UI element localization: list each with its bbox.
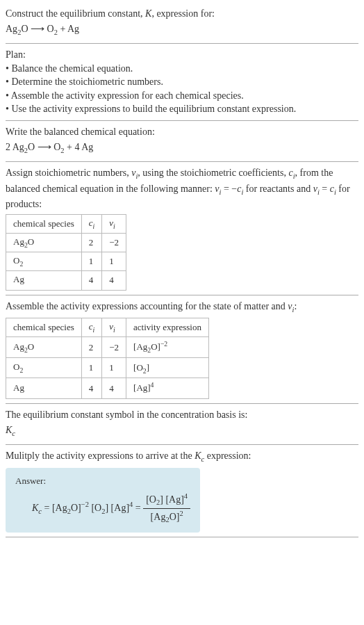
text: [Ag (133, 342, 147, 352)
plus: + (58, 24, 67, 34)
activity-block: Assemble the activity expressions accoun… (6, 295, 358, 404)
question-block: Construct the equilibrium constant, K, e… (6, 3, 358, 44)
table-row: Ag 4 4 (6, 271, 126, 290)
equals: = (133, 503, 143, 513)
cell-species: Ag (6, 378, 82, 399)
plan-title: Plan: (6, 48, 358, 62)
cell-nu: −2 (102, 233, 126, 252)
answer-expression: Kc = [Ag2O]−2 [O2] [Ag]4 = [O2] [Ag]4 [A… (15, 492, 190, 526)
text: [Ag] (133, 383, 151, 393)
sub-c: c (12, 429, 15, 437)
species: 4 Ag (75, 142, 94, 152)
text: Assemble the activity expressions accoun… (6, 301, 288, 311)
text: Mulitply the activity expressions to arr… (6, 451, 195, 461)
K: K (32, 503, 38, 513)
multiply-line: Mulitply the activity expressions to arr… (6, 449, 358, 464)
multiply-block: Mulitply the activity expressions to arr… (6, 445, 358, 537)
text: : (294, 301, 297, 311)
table-header-row: chemical species ci νi activity expressi… (6, 318, 209, 337)
question-text-2: , expression for: (151, 8, 215, 19)
plan-block: Plan: • Balance the chemical equation. •… (6, 44, 358, 121)
stoich-block: Assign stoichiometric numbers, νi, using… (6, 162, 358, 295)
cell-activity: [Ag]4 (126, 378, 209, 399)
text: O (13, 255, 19, 266)
text: [O (133, 362, 143, 373)
species: Ag (6, 24, 17, 34)
col-nu: νi (102, 318, 126, 337)
text: = − (221, 184, 237, 194)
symbol-value: Kc (6, 423, 358, 439)
text: expression: (204, 451, 251, 461)
sub-i: i (113, 222, 115, 229)
superscript: −2 (81, 501, 89, 508)
balanced-block: Write the balanced chemical equation: 2 … (6, 121, 358, 162)
cell-species: O2 (6, 357, 82, 378)
col-species: chemical species (6, 214, 82, 233)
symbol-block: The equilibrium constant symbol in the c… (6, 404, 358, 445)
text: [Ag (151, 512, 166, 522)
arrow-icon: ⟶ (28, 24, 47, 34)
numerator: [O2] [Ag]4 (143, 492, 190, 509)
plan-bullet: • Determine the stoichiometric numbers. (6, 75, 358, 89)
text: Ag (13, 382, 24, 393)
sub-i: i (113, 326, 115, 334)
species: 2 Ag (6, 142, 24, 152)
fraction: [O2] [Ag]4 [Ag2O]2 (143, 492, 190, 526)
cell-species: Ag (6, 271, 82, 290)
cell-c: 4 (81, 378, 102, 399)
K: K (195, 451, 201, 461)
cell-c: 4 (81, 271, 102, 290)
text: O] (71, 503, 81, 513)
species: O (21, 24, 28, 34)
sub-i: i (93, 222, 95, 229)
text: Ag (13, 236, 24, 247)
cell-nu: 4 (102, 378, 126, 399)
table-row: Ag2O 2 −2 (6, 233, 126, 252)
cell-activity: [Ag2O]−2 (126, 337, 209, 358)
K-symbol: K (145, 8, 151, 19)
text: O (28, 341, 34, 352)
text: [Ag] (163, 494, 184, 504)
sub-i: i (93, 326, 95, 334)
table-row: Ag2O 2 −2 [Ag2O]−2 (6, 337, 209, 358)
cell-nu: 4 (102, 271, 126, 290)
cell-species: O2 (6, 252, 82, 271)
text: [Ag] (111, 503, 129, 513)
table-row: O2 1 1 (6, 252, 126, 271)
cell-c: 1 (81, 357, 102, 378)
stoich-table: chemical species ci νi Ag2O 2 −2 O2 1 1 … (6, 214, 126, 291)
cell-nu: 1 (102, 357, 126, 378)
text: O] (151, 342, 160, 352)
denominator: [Ag2O]2 (143, 509, 190, 526)
text: = (320, 184, 330, 194)
col-c: ci (81, 214, 102, 233)
col-c: ci (81, 318, 102, 337)
subscript: 2 (19, 366, 23, 374)
cell-nu: −2 (102, 337, 126, 358)
species: Ag (67, 24, 79, 34)
table-row: Ag 4 4 [Ag]4 (6, 378, 209, 399)
plan-bullet: • Assemble the activity expression for e… (6, 89, 358, 103)
superscript: −2 (160, 340, 167, 348)
text: O (28, 236, 34, 247)
stoich-intro: Assign stoichiometric numbers, νi, using… (6, 166, 358, 211)
superscript: 4 (184, 492, 188, 500)
plus: + (65, 142, 75, 152)
text: Assign stoichiometric numbers, (6, 168, 131, 178)
plan-bullet: • Balance the chemical equation. (6, 62, 358, 76)
cell-species: Ag2O (6, 233, 82, 252)
superscript: 4 (151, 381, 154, 389)
col-species: chemical species (6, 318, 82, 337)
text: for reactants and (243, 184, 313, 194)
cell-activity: [O2] (126, 357, 209, 378)
species: O (53, 142, 60, 152)
cell-species: Ag2O (6, 337, 82, 358)
cell-nu: 1 (102, 252, 126, 271)
answer-box: Answer: Kc = [Ag2O]−2 [O2] [Ag]4 = [O2] … (6, 468, 200, 533)
text: , using the stoichiometric coefficients, (138, 168, 288, 178)
answer-label: Answer: (15, 475, 190, 487)
text: O (13, 362, 19, 372)
symbol-line: The equilibrium constant symbol in the c… (6, 408, 358, 422)
activity-intro: Assemble the activity expressions accoun… (6, 300, 358, 315)
text: O] (169, 512, 180, 522)
